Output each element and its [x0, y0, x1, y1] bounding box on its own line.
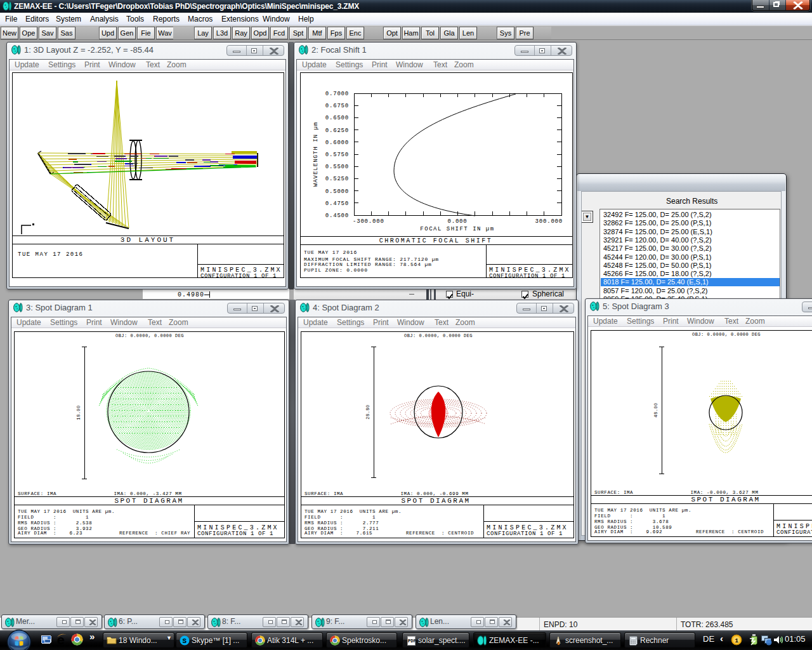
svg-text:WAVELENGTH IN µm: WAVELENGTH IN µm — [313, 122, 319, 187]
svg-text:0.6250: 0.6250 — [325, 128, 349, 134]
svg-text:300.000: 300.000 — [535, 218, 563, 225]
svg-text:CONFIGURATION 1 OF 1: CONFIGURATION 1 OF 1 — [487, 531, 563, 537]
svg-text:TUE MAY 17 2016 UNITS ARE µm.: TUE MAY 17 2016 UNITS ARE µm. — [18, 509, 115, 514]
svg-text:IMA: -0.000, 3.627 MM: IMA: -0.000, 3.627 MM — [690, 490, 758, 495]
svg-text:0.6000: 0.6000 — [325, 140, 349, 146]
svg-text:FIELD : 1: FIELD : 1 — [594, 514, 665, 519]
svg-text:OBJ: 0.0000, 0.0000 DEG: OBJ: 0.0000, 0.0000 DEG — [692, 332, 761, 337]
svg-text:CONFIGURATION 1 OF 1: CONFIGURATION 1 OF 1 — [776, 529, 812, 536]
svg-text:DIFFRACTION LIMITED RANGE: 78.: DIFFRACTION LIMITED RANGE: 78.564 µm — [304, 262, 432, 267]
svg-text:SURFACE: IMA: SURFACE: IMA — [18, 491, 56, 496]
svg-text:FIELD : 1: FIELD : 1 — [18, 515, 89, 520]
svg-text:3D LAYOUT: 3D LAYOUT — [121, 236, 175, 244]
svg-text:SPOT DIAGRAM: SPOT DIAGRAM — [401, 497, 470, 505]
svg-text:FOCAL SHIFT IN µm: FOCAL SHIFT IN µm — [420, 226, 494, 232]
svg-text:TUE MAY 17 2016: TUE MAY 17 2016 — [304, 249, 357, 255]
svg-text:SURFACE: IMA: SURFACE: IMA — [304, 491, 343, 496]
svg-text:AIRY DIAM : 6.23: AIRY DIAM : 6.23 — [18, 531, 82, 536]
svg-text:0.4500: 0.4500 — [325, 213, 349, 219]
svg-text:REFERENCE : CHIEF RAY: REFERENCE : CHIEF RAY — [119, 531, 190, 536]
svg-text:48.00: 48.00 — [653, 402, 658, 418]
svg-text:SPOT DIAGRAM: SPOT DIAGRAM — [114, 497, 183, 505]
svg-text:S: S — [183, 637, 187, 645]
svg-text:18.00: 18.00 — [76, 405, 81, 420]
svg-text:e: e — [57, 633, 65, 647]
svg-text:OBJ: 0.0000, 0.0000 DEG: OBJ: 0.0000, 0.0000 DEG — [115, 333, 184, 338]
svg-text:0.5250: 0.5250 — [325, 176, 349, 182]
svg-text:PUPIL ZONE: 0.0000: PUPIL ZONE: 0.0000 — [304, 267, 368, 273]
svg-text:AIRY DIAM : 7.615: AIRY DIAM : 7.615 — [304, 531, 372, 536]
svg-text:0.4980: 0.4980 — [178, 291, 204, 298]
svg-text:AIRY DIAM : 9.692: AIRY DIAM : 9.692 — [594, 529, 662, 534]
svg-text:OBJ: 0.0000, 0.0000 DEG: OBJ: 0.0000, 0.0000 DEG — [404, 333, 473, 338]
svg-text:CONFIGURATION 1 OF 1: CONFIGURATION 1 OF 1 — [489, 273, 565, 279]
svg-text:0.7000: 0.7000 — [325, 91, 349, 97]
svg-text:CONFIGURATION 1 OF 1: CONFIGURATION 1 OF 1 — [197, 531, 273, 537]
svg-text:0.4750: 0.4750 — [325, 201, 349, 207]
svg-text:SPOT DIAGRAM: SPOT DIAGRAM — [691, 496, 760, 503]
svg-text:28.80: 28.80 — [365, 404, 370, 420]
svg-text:TUE MAY 17 2016: TUE MAY 17 2016 — [18, 251, 84, 258]
svg-text:1: 1 — [735, 638, 739, 644]
svg-text:CHROMATIC FOCAL SHIFT: CHROMATIC FOCAL SHIFT — [379, 237, 493, 244]
svg-text:FIELD : 1: FIELD : 1 — [304, 515, 376, 520]
svg-text:0.6750: 0.6750 — [325, 103, 349, 109]
svg-text:REFERENCE : CENTROID: REFERENCE : CENTROID — [696, 529, 764, 534]
svg-text:PDF: PDF — [408, 639, 416, 644]
svg-text:0.5500: 0.5500 — [325, 164, 349, 170]
svg-text:0.6500: 0.6500 — [325, 115, 349, 121]
svg-text:0.5750: 0.5750 — [325, 152, 349, 158]
svg-text:TUE MAY 17 2016 UNITS ARE µm.: TUE MAY 17 2016 UNITS ARE µm. — [304, 509, 402, 514]
svg-text:REFERENCE : CENTROID: REFERENCE : CENTROID — [406, 531, 474, 536]
svg-text:RMS RADIUS : 2.538: RMS RADIUS : 2.538 — [18, 521, 92, 526]
svg-text:TUE MAY 17 2016 UNITS ARE µm.: TUE MAY 17 2016 UNITS ARE µm. — [594, 508, 691, 513]
svg-text:RMS RADIUS : 2.777: RMS RADIUS : 2.777 — [304, 521, 379, 526]
svg-text:-300.000: -300.000 — [353, 218, 384, 225]
svg-text:IMA: 0.000, -3.427 MM: IMA: 0.000, -3.427 MM — [114, 491, 181, 496]
svg-text:RMS RADIUS : 3.678: RMS RADIUS : 3.678 — [594, 519, 669, 524]
svg-text:CONFIGURATION 1 OF 1: CONFIGURATION 1 OF 1 — [200, 273, 277, 279]
svg-text:IMA: 0.000, -0.699 MM: IMA: 0.000, -0.699 MM — [400, 491, 468, 496]
svg-text:SURFACE: IMA: SURFACE: IMA — [594, 490, 633, 495]
svg-text:0.000: 0.000 — [447, 218, 467, 225]
svg-text:0.5000: 0.5000 — [325, 189, 349, 195]
